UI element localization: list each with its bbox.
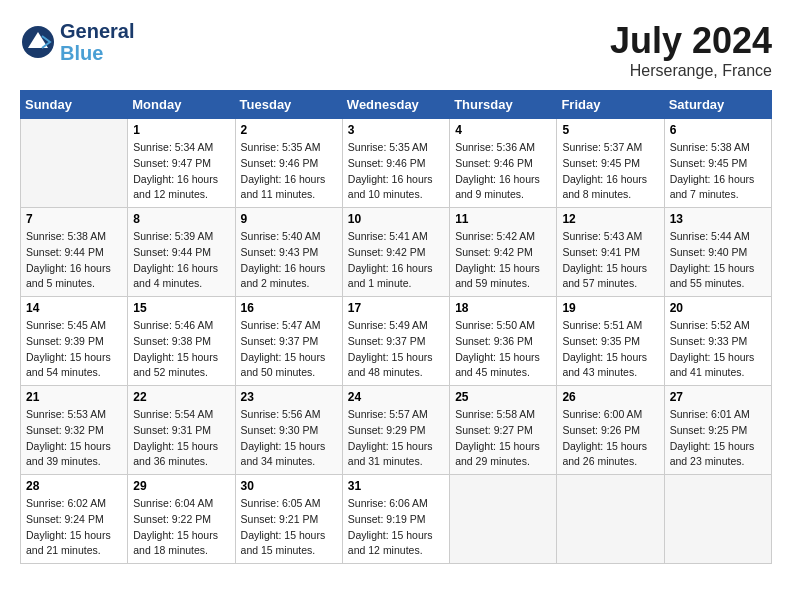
daylight-text: Daylight: 15 hours and 15 minutes. — [241, 528, 337, 560]
day-number: 26 — [562, 390, 658, 404]
sunset-text: Sunset: 9:27 PM — [455, 423, 551, 439]
calendar-cell: 24 Sunrise: 5:57 AM Sunset: 9:29 PM Dayl… — [342, 386, 449, 475]
sunset-text: Sunset: 9:26 PM — [562, 423, 658, 439]
sunrise-text: Sunrise: 6:00 AM — [562, 407, 658, 423]
day-info: Sunrise: 5:42 AM Sunset: 9:42 PM Dayligh… — [455, 229, 551, 292]
day-number: 21 — [26, 390, 122, 404]
day-info: Sunrise: 5:44 AM Sunset: 9:40 PM Dayligh… — [670, 229, 766, 292]
sunset-text: Sunset: 9:40 PM — [670, 245, 766, 261]
day-number: 30 — [241, 479, 337, 493]
calendar-cell: 19 Sunrise: 5:51 AM Sunset: 9:35 PM Dayl… — [557, 297, 664, 386]
logo: GeneralBlue — [20, 20, 134, 64]
day-info: Sunrise: 5:40 AM Sunset: 9:43 PM Dayligh… — [241, 229, 337, 292]
calendar-cell: 18 Sunrise: 5:50 AM Sunset: 9:36 PM Dayl… — [450, 297, 557, 386]
calendar-week-row: 7 Sunrise: 5:38 AM Sunset: 9:44 PM Dayli… — [21, 208, 772, 297]
sunrise-text: Sunrise: 5:56 AM — [241, 407, 337, 423]
daylight-text: Daylight: 15 hours and 45 minutes. — [455, 350, 551, 382]
sunset-text: Sunset: 9:24 PM — [26, 512, 122, 528]
sunrise-text: Sunrise: 5:35 AM — [241, 140, 337, 156]
day-number: 12 — [562, 212, 658, 226]
sunset-text: Sunset: 9:25 PM — [670, 423, 766, 439]
sunset-text: Sunset: 9:44 PM — [133, 245, 229, 261]
sunrise-text: Sunrise: 5:38 AM — [670, 140, 766, 156]
day-info: Sunrise: 5:57 AM Sunset: 9:29 PM Dayligh… — [348, 407, 444, 470]
daylight-text: Daylight: 15 hours and 57 minutes. — [562, 261, 658, 293]
calendar-day-header: Tuesday — [235, 91, 342, 119]
calendar-day-header: Sunday — [21, 91, 128, 119]
sunrise-text: Sunrise: 5:49 AM — [348, 318, 444, 334]
sunrise-text: Sunrise: 6:01 AM — [670, 407, 766, 423]
sunset-text: Sunset: 9:31 PM — [133, 423, 229, 439]
daylight-text: Daylight: 16 hours and 7 minutes. — [670, 172, 766, 204]
sunset-text: Sunset: 9:42 PM — [348, 245, 444, 261]
sunrise-text: Sunrise: 5:45 AM — [26, 318, 122, 334]
day-number: 31 — [348, 479, 444, 493]
daylight-text: Daylight: 15 hours and 54 minutes. — [26, 350, 122, 382]
sunrise-text: Sunrise: 5:50 AM — [455, 318, 551, 334]
sunrise-text: Sunrise: 6:02 AM — [26, 496, 122, 512]
sunset-text: Sunset: 9:22 PM — [133, 512, 229, 528]
day-info: Sunrise: 5:38 AM Sunset: 9:44 PM Dayligh… — [26, 229, 122, 292]
day-info: Sunrise: 5:39 AM Sunset: 9:44 PM Dayligh… — [133, 229, 229, 292]
calendar-cell: 2 Sunrise: 5:35 AM Sunset: 9:46 PM Dayli… — [235, 119, 342, 208]
day-number: 7 — [26, 212, 122, 226]
daylight-text: Daylight: 15 hours and 31 minutes. — [348, 439, 444, 471]
calendar-day-header: Thursday — [450, 91, 557, 119]
day-info: Sunrise: 6:04 AM Sunset: 9:22 PM Dayligh… — [133, 496, 229, 559]
sunrise-text: Sunrise: 5:37 AM — [562, 140, 658, 156]
calendar-cell: 27 Sunrise: 6:01 AM Sunset: 9:25 PM Dayl… — [664, 386, 771, 475]
calendar-header-row: SundayMondayTuesdayWednesdayThursdayFrid… — [21, 91, 772, 119]
calendar-week-row: 1 Sunrise: 5:34 AM Sunset: 9:47 PM Dayli… — [21, 119, 772, 208]
sunset-text: Sunset: 9:46 PM — [348, 156, 444, 172]
calendar-week-row: 28 Sunrise: 6:02 AM Sunset: 9:24 PM Dayl… — [21, 475, 772, 564]
day-number: 18 — [455, 301, 551, 315]
daylight-text: Daylight: 15 hours and 39 minutes. — [26, 439, 122, 471]
daylight-text: Daylight: 16 hours and 10 minutes. — [348, 172, 444, 204]
day-info: Sunrise: 5:49 AM Sunset: 9:37 PM Dayligh… — [348, 318, 444, 381]
calendar-week-row: 14 Sunrise: 5:45 AM Sunset: 9:39 PM Dayl… — [21, 297, 772, 386]
day-number: 24 — [348, 390, 444, 404]
daylight-text: Daylight: 15 hours and 50 minutes. — [241, 350, 337, 382]
daylight-text: Daylight: 15 hours and 36 minutes. — [133, 439, 229, 471]
daylight-text: Daylight: 15 hours and 55 minutes. — [670, 261, 766, 293]
calendar-cell — [557, 475, 664, 564]
daylight-text: Daylight: 15 hours and 59 minutes. — [455, 261, 551, 293]
sunset-text: Sunset: 9:30 PM — [241, 423, 337, 439]
calendar-cell: 25 Sunrise: 5:58 AM Sunset: 9:27 PM Dayl… — [450, 386, 557, 475]
day-number: 14 — [26, 301, 122, 315]
calendar-cell: 31 Sunrise: 6:06 AM Sunset: 9:19 PM Dayl… — [342, 475, 449, 564]
location-subtitle: Herserange, France — [610, 62, 772, 80]
day-number: 9 — [241, 212, 337, 226]
day-number: 19 — [562, 301, 658, 315]
day-info: Sunrise: 6:01 AM Sunset: 9:25 PM Dayligh… — [670, 407, 766, 470]
daylight-text: Daylight: 16 hours and 9 minutes. — [455, 172, 551, 204]
sunset-text: Sunset: 9:36 PM — [455, 334, 551, 350]
title-block: July 2024 Herserange, France — [610, 20, 772, 80]
daylight-text: Daylight: 15 hours and 18 minutes. — [133, 528, 229, 560]
sunrise-text: Sunrise: 6:06 AM — [348, 496, 444, 512]
day-info: Sunrise: 5:58 AM Sunset: 9:27 PM Dayligh… — [455, 407, 551, 470]
sunset-text: Sunset: 9:45 PM — [562, 156, 658, 172]
calendar-cell: 23 Sunrise: 5:56 AM Sunset: 9:30 PM Dayl… — [235, 386, 342, 475]
calendar-day-header: Saturday — [664, 91, 771, 119]
calendar-cell: 20 Sunrise: 5:52 AM Sunset: 9:33 PM Dayl… — [664, 297, 771, 386]
calendar-cell: 30 Sunrise: 6:05 AM Sunset: 9:21 PM Dayl… — [235, 475, 342, 564]
calendar-cell: 26 Sunrise: 6:00 AM Sunset: 9:26 PM Dayl… — [557, 386, 664, 475]
day-number: 27 — [670, 390, 766, 404]
sunset-text: Sunset: 9:37 PM — [348, 334, 444, 350]
calendar-cell: 29 Sunrise: 6:04 AM Sunset: 9:22 PM Dayl… — [128, 475, 235, 564]
day-number: 29 — [133, 479, 229, 493]
sunset-text: Sunset: 9:46 PM — [241, 156, 337, 172]
day-info: Sunrise: 5:50 AM Sunset: 9:36 PM Dayligh… — [455, 318, 551, 381]
sunrise-text: Sunrise: 5:42 AM — [455, 229, 551, 245]
calendar-cell — [450, 475, 557, 564]
day-info: Sunrise: 6:02 AM Sunset: 9:24 PM Dayligh… — [26, 496, 122, 559]
calendar-cell: 3 Sunrise: 5:35 AM Sunset: 9:46 PM Dayli… — [342, 119, 449, 208]
sunrise-text: Sunrise: 5:58 AM — [455, 407, 551, 423]
daylight-text: Daylight: 16 hours and 12 minutes. — [133, 172, 229, 204]
sunset-text: Sunset: 9:47 PM — [133, 156, 229, 172]
calendar-cell: 10 Sunrise: 5:41 AM Sunset: 9:42 PM Dayl… — [342, 208, 449, 297]
daylight-text: Daylight: 15 hours and 34 minutes. — [241, 439, 337, 471]
day-info: Sunrise: 5:41 AM Sunset: 9:42 PM Dayligh… — [348, 229, 444, 292]
calendar-cell: 11 Sunrise: 5:42 AM Sunset: 9:42 PM Dayl… — [450, 208, 557, 297]
